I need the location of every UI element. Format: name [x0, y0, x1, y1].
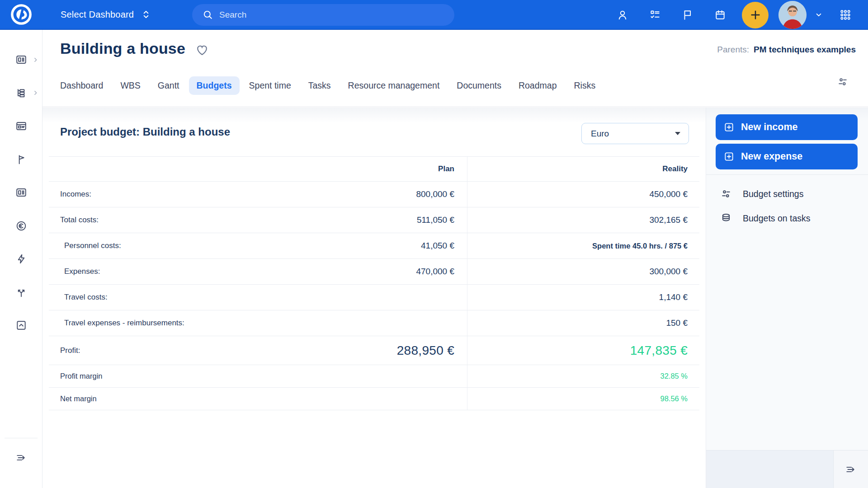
select-caret-icon	[675, 132, 680, 135]
chevron-right-icon	[33, 57, 38, 63]
row-label: Travel costs:	[49, 285, 248, 310]
sidebar-item-pennant[interactable]	[0, 147, 42, 172]
column-header-plan: Plan	[248, 157, 467, 181]
upload-square-icon	[15, 319, 27, 331]
plan-value: 511,050 €	[248, 207, 467, 233]
budget-card: Project budget: Building a house Euro Pl…	[42, 108, 706, 488]
tab-budgets[interactable]: Budgets	[189, 76, 240, 95]
chevron-right-icon	[33, 90, 38, 96]
plan-value	[248, 285, 467, 310]
column-header-reality: Reality	[467, 157, 699, 181]
apps-grid-icon[interactable]	[835, 5, 855, 25]
sidebar-item-tree[interactable]	[0, 81, 42, 105]
reality-value: 1,140 €	[467, 285, 699, 310]
chevron-down-icon[interactable]	[813, 9, 825, 21]
panel-divider	[706, 174, 868, 175]
row-label: Expenses:	[49, 259, 248, 284]
sidebar-item-lightning[interactable]	[0, 247, 42, 271]
reality-value: 32.85 %	[467, 365, 699, 387]
budget-settings-link[interactable]: Budget settings	[720, 188, 803, 200]
budget-table-row: Total costs:511,050 €302,165 €	[49, 207, 699, 233]
tab-roadmap[interactable]: Roadmap	[511, 76, 565, 95]
plan-value	[248, 388, 467, 410]
euro-icon	[15, 220, 27, 232]
budget-table-row: Profit:288,950 €147,835 €	[49, 336, 699, 365]
tab-tasks[interactable]: Tasks	[301, 76, 339, 95]
currency-value: Euro	[591, 129, 675, 139]
search-input[interactable]: Search	[192, 4, 454, 26]
topbar-checklist-button[interactable]	[645, 5, 665, 25]
topbar-flag-button[interactable]	[678, 5, 698, 25]
parents-label: Parents:	[717, 45, 749, 55]
topbar-calendar-button[interactable]	[710, 5, 730, 25]
sidebar-item-window[interactable]	[0, 114, 42, 138]
page-settings-icon[interactable]	[837, 76, 849, 88]
tree-icon	[15, 87, 27, 99]
sidebar-item-dashboard[interactable]	[0, 47, 42, 72]
new-expense-button[interactable]: New expense	[716, 144, 858, 169]
favorite-heart-icon[interactable]	[195, 43, 209, 56]
tab-dashboard[interactable]: Dashboard	[52, 76, 111, 95]
new-income-button[interactable]: New income	[716, 114, 858, 140]
sidebar-item-euro[interactable]	[0, 214, 42, 238]
tab-gantt[interactable]: Gantt	[150, 76, 187, 95]
sidebar-divider	[5, 438, 38, 438]
window-icon	[15, 120, 27, 132]
currency-select[interactable]: Euro	[581, 123, 689, 144]
dashboard-selector[interactable]: Select Dashboard	[61, 9, 152, 20]
sidebar-collapse-button[interactable]	[0, 446, 42, 470]
reality-value: 302,165 €	[467, 207, 699, 233]
row-label: Total costs:	[49, 207, 248, 233]
dashboard-icon	[15, 54, 27, 66]
pennant-icon	[15, 154, 27, 165]
sidebar-item-upload-square[interactable]	[0, 313, 42, 338]
tab-resource-management[interactable]: Resource management	[340, 76, 448, 95]
budget-heading: Project budget: Building a house	[60, 126, 230, 138]
sidebar-item-branch[interactable]	[0, 280, 42, 305]
left-sidebar	[0, 30, 42, 488]
tab-documents[interactable]: Documents	[449, 76, 509, 95]
row-label: Net margin	[49, 388, 248, 410]
tab-risks[interactable]: Risks	[566, 76, 604, 95]
reality-value: 150 €	[467, 310, 699, 336]
page-header: Building a house Parents: PM techniques …	[42, 30, 868, 107]
budget-table-row: Incomes:800,000 €450,000 €	[49, 182, 699, 207]
panel-collapse-button[interactable]	[833, 450, 868, 488]
user-icon	[617, 9, 628, 21]
panel-footer	[706, 450, 868, 488]
budgets-on-tasks-link[interactable]: Budgets on tasks	[720, 212, 811, 224]
checklist-icon	[649, 9, 661, 21]
plan-value: 41,050 €	[248, 233, 467, 258]
menu-item-label: Budgets on tasks	[743, 213, 811, 224]
logo-icon	[9, 3, 33, 26]
tab-wbs[interactable]: WBS	[113, 76, 148, 95]
tab-spent-time[interactable]: Spent time	[241, 76, 299, 95]
lightning-icon	[15, 253, 27, 265]
sidebar-item-panel[interactable]	[0, 180, 42, 205]
database-icon	[720, 212, 732, 224]
row-label: Incomes:	[49, 182, 248, 207]
reality-value: 98.56 %	[467, 388, 699, 410]
app-logo[interactable]	[0, 0, 42, 29]
budget-table: Plan Reality Incomes:800,000 €450,000 €T…	[49, 156, 699, 410]
row-label: Profit margin	[49, 365, 248, 387]
quick-add-button[interactable]	[742, 2, 769, 28]
reality-value: 450,000 €	[467, 182, 699, 207]
parents-link[interactable]: PM techniques examples	[754, 45, 856, 55]
menu-item-label: Budget settings	[743, 189, 803, 199]
button-label: New expense	[741, 151, 802, 162]
plan-value	[248, 365, 467, 387]
button-label: New income	[741, 122, 797, 133]
page-title: Building a house	[60, 40, 185, 57]
unfold-icon	[140, 9, 152, 20]
budget-table-row: Profit margin32.85 %	[49, 365, 699, 388]
search-placeholder: Search	[219, 10, 246, 20]
budget-table-row: Expenses:470,000 €300,000 €	[49, 259, 699, 285]
reality-value: 147,835 €	[467, 336, 699, 365]
avatar[interactable]	[778, 1, 807, 29]
sliders-icon	[720, 188, 732, 200]
dashboard-selector-label: Select Dashboard	[61, 9, 134, 20]
reality-value: Spent time 45.0 hrs. / 875 €	[467, 233, 699, 258]
topbar-user-button[interactable]	[613, 5, 632, 25]
topbar: Select Dashboard Search	[0, 0, 868, 30]
